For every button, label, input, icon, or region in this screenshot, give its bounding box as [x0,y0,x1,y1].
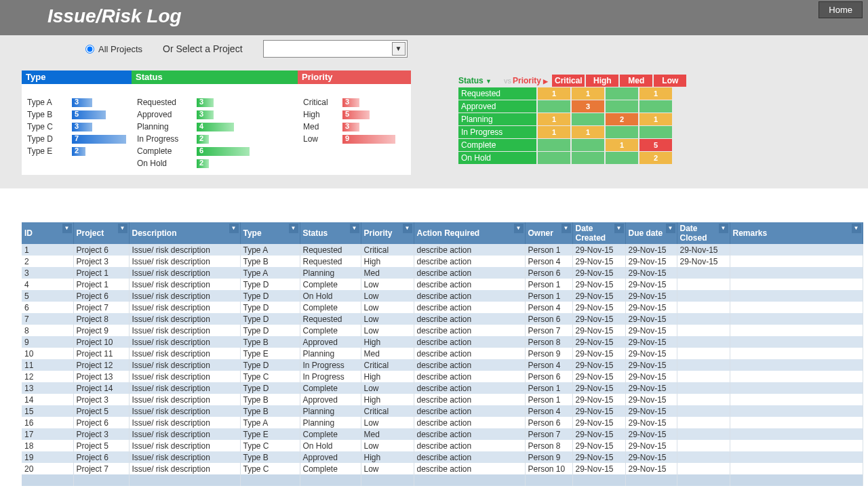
table-cell: Type D [240,382,300,394]
bar-track: 9 [342,135,403,144]
chevron-down-icon[interactable]: ▼ [392,42,406,56]
table-row[interactable]: 20Project 7Issue/ risk descriptionType C… [22,463,863,474]
matrix-col-header: Critical [552,75,585,87]
table-header[interactable]: Date Created▼ [572,222,625,244]
bar-track: 6 [197,147,292,156]
filter-dropdown-icon[interactable]: ▼ [614,224,624,233]
filter-dropdown-icon[interactable]: ▼ [561,224,571,233]
filter-dropdown-icon[interactable]: ▼ [666,224,675,233]
table-header[interactable]: Due date▼ [625,222,677,244]
table-cell [730,302,863,313]
table-row[interactable]: 7Project 8Issue/ risk descriptionType DR… [22,313,863,325]
table-cell: Issue/ risk description [129,256,240,267]
matrix-col-header: Low [654,75,686,87]
table-header[interactable]: Status▼ [300,222,361,244]
filter-dropdown-icon[interactable]: ▼ [289,224,298,233]
table-row[interactable]: 13Project 14Issue/ risk descriptionType … [22,382,863,394]
table-row[interactable]: 12Project 13Issue/ risk descriptionType … [22,371,863,382]
table-cell: 29-Nov-15 [625,244,677,256]
table-cell: Issue/ risk description [129,405,240,417]
bar-label: Low [303,134,342,144]
table-header[interactable]: ID▼ [22,222,73,244]
table-cell: 29-Nov-15 [625,313,677,325]
bar-row: Type C3 [27,121,126,133]
table-row[interactable]: 4Project 1Issue/ risk descriptionType DC… [22,279,863,290]
bar-track: 3 [72,98,126,107]
project-select[interactable]: ▼ [263,40,408,58]
table-cell [730,244,863,256]
table-row[interactable]: 6Project 7Issue/ risk descriptionType DC… [22,302,863,313]
type-panel-header: Type [22,70,132,84]
table-cell: describe action [414,440,525,451]
bar-label: Planning [137,122,197,131]
table-header[interactable]: Description▼ [129,222,240,244]
filter-dropdown-icon[interactable]: ▼ [62,224,72,233]
table-cell: 29-Nov-15 [625,290,677,302]
table-row[interactable]: 8Project 9Issue/ risk descriptionType DC… [22,325,863,336]
table-row[interactable]: 18Project 5Issue/ risk descriptionType C… [22,440,863,451]
table-header[interactable]: Type▼ [240,222,300,244]
issue-table-wrap: ID▼Project▼Description▼Type▼Status▼Prior… [0,222,868,486]
filter-dropdown-icon[interactable]: ▼ [350,224,359,233]
all-projects-radio[interactable]: All Projects [85,44,142,54]
matrix-cell [538,152,570,164]
table-cell: describe action [414,359,525,371]
table-cell [730,405,863,417]
filter-dropdown-icon[interactable]: ▼ [514,224,524,233]
table-cell: Planning [300,405,361,417]
bar-value: 2 [199,134,203,142]
home-button[interactable]: Home [818,1,863,18]
table-header[interactable]: Remarks▼ [730,222,863,244]
table-cell: 16 [22,417,73,428]
filter-dropdown-icon[interactable]: ▼ [852,224,861,233]
filter-dropdown-icon[interactable]: ▼ [229,224,239,233]
table-cell [677,463,730,474]
table-cell [730,267,863,279]
table-header[interactable]: Date Closed▼ [677,222,730,244]
table-header[interactable]: Action Required▼ [414,222,525,244]
table-header[interactable]: Priority▼ [361,222,414,244]
table-row[interactable]: 17Project 3Issue/ risk descriptionType E… [22,428,863,440]
table-cell: 29-Nov-15 [625,451,677,463]
table-row[interactable]: 2Project 3Issue/ risk descriptionType BR… [22,256,863,267]
table-cell: Complete [300,382,361,394]
filter-dropdown-icon[interactable]: ▼ [403,224,412,233]
table-cell: Person 9 [525,348,572,359]
table-cell: describe action [414,313,525,325]
bar-track: 3 [72,123,126,131]
filter-dropdown-icon[interactable]: ▼ [118,224,127,233]
table-row[interactable]: 11Project 12Issue/ risk descriptionType … [22,359,863,371]
table-cell: Type A [240,244,300,256]
table-header[interactable]: Project▼ [73,222,129,244]
table-row[interactable]: 15Project 5Issue/ risk descriptionType B… [22,405,863,417]
table-row[interactable]: 1Project 6Issue/ risk descriptionType AR… [22,244,863,256]
matrix-row: Requested111 [458,87,686,100]
table-cell: 11 [22,359,73,371]
table-cell: Type B [240,405,300,417]
all-projects-radio-input[interactable] [85,45,94,54]
table-cell: 29-Nov-15 [625,267,677,279]
filter-bar: All Projects Or Select a Project ▼ [0,35,868,62]
table-cell: Low [361,417,414,428]
table-header-row: ID▼Project▼Description▼Type▼Status▼Prior… [22,222,863,244]
table-row[interactable]: 10Project 11Issue/ risk descriptionType … [22,348,863,359]
table-cell: Project 6 [73,244,129,256]
table-row[interactable]: 9Project 10Issue/ risk descriptionType B… [22,336,863,348]
table-row[interactable]: 3Project 1Issue/ risk descriptionType AP… [22,267,863,279]
table-row[interactable]: 5Project 6Issue/ risk descriptionType DO… [22,290,863,302]
matrix-cell [538,100,570,113]
table-cell [677,290,730,302]
table-cell: Type C [240,440,300,451]
table-row[interactable]: 19Project 6Issue/ risk descriptionType B… [22,451,863,463]
chart-panels: Type Type A3Type B5Type C3Type D7Type E2… [22,70,411,175]
table-cell: Type E [240,428,300,440]
table-cell: Issue/ risk description [129,290,240,302]
table-cell: Person 7 [525,428,572,440]
table-row[interactable]: 16Project 6Issue/ risk descriptionType A… [22,417,863,428]
table-cell: 29-Nov-15 [625,348,677,359]
table-row[interactable]: 14Project 3Issue/ risk descriptionType B… [22,394,863,405]
table-header[interactable]: Owner▼ [525,222,572,244]
bar-value: 5 [75,110,79,118]
filter-dropdown-icon[interactable]: ▼ [719,224,728,233]
bar-label: Type B [27,110,72,119]
